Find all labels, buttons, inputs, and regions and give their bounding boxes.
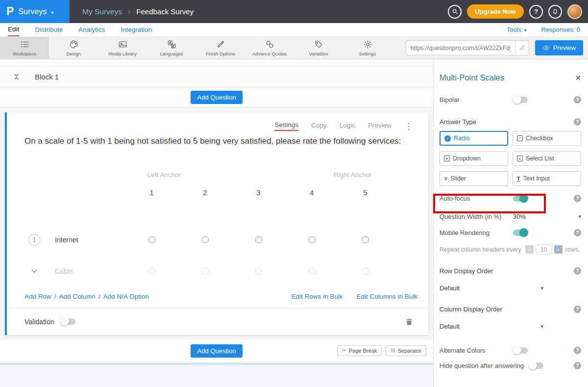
- toolbar-design[interactable]: Design: [49, 37, 98, 59]
- radio-button[interactable]: [148, 236, 155, 243]
- edit-rows-bulk-link[interactable]: Edit Rows in Bulk: [291, 293, 343, 300]
- repeat-headers-stepper: − +: [525, 244, 563, 255]
- avatar[interactable]: [567, 4, 582, 19]
- answer-type-text-input[interactable]: T Text Input: [513, 171, 581, 186]
- auto-focus-toggle[interactable]: [513, 195, 528, 202]
- question-tab-settings[interactable]: Settings: [274, 121, 298, 131]
- radio-button[interactable]: [202, 268, 209, 275]
- question-text[interactable]: On a scale of 1-5 with 1 being not satis…: [24, 135, 413, 148]
- add-row-link[interactable]: Add Row: [24, 293, 51, 300]
- scale-point-4[interactable]: 4: [285, 188, 339, 197]
- increment-button[interactable]: +: [554, 245, 563, 254]
- row-expand-button[interactable]: [28, 267, 40, 275]
- help-icon[interactable]: ?: [574, 195, 581, 202]
- page-break-button[interactable]: ✂ Page Break: [337, 345, 382, 356]
- add-column-link[interactable]: Add Column: [59, 293, 96, 300]
- separator-button[interactable]: ⊟ Separator: [386, 345, 426, 356]
- notifications-button[interactable]: [548, 5, 562, 19]
- tab-distribute[interactable]: Distribute: [35, 23, 63, 36]
- add-question-button-top[interactable]: Add Question: [191, 91, 243, 104]
- scale-point-3[interactable]: 3: [232, 188, 285, 197]
- toolbar-variables[interactable]: Variables: [294, 37, 343, 59]
- help-icon[interactable]: ?: [574, 118, 581, 126]
- right-anchor-label[interactable]: Right Anchor: [314, 171, 392, 179]
- help-icon[interactable]: ?: [574, 362, 581, 369]
- hide-after-toggle[interactable]: [529, 362, 543, 369]
- question-width-value[interactable]: 30%: [513, 213, 526, 220]
- row-label[interactable]: Cable: [55, 267, 73, 275]
- responses-count[interactable]: Responses: 0: [541, 26, 581, 33]
- validation-toggle[interactable]: [61, 318, 75, 325]
- answer-type-select-list[interactable]: ≡ Select List: [513, 151, 581, 166]
- row-display-order-select[interactable]: Default ▾: [440, 284, 543, 292]
- edit-columns-bulk-link[interactable]: Edit Columns in Bulk: [356, 293, 417, 300]
- collapse-block-button[interactable]: [13, 73, 20, 80]
- row-display-order-value: Default: [440, 284, 460, 292]
- matrix-table: Left Anchor Right Anchor 1 2 3 4 5 1 Int…: [7, 171, 428, 287]
- radio-button[interactable]: [255, 236, 262, 243]
- edit-url-button[interactable]: [515, 41, 529, 55]
- search-icon: [452, 8, 458, 15]
- languages-icon: [167, 40, 176, 49]
- scale-point-1[interactable]: 1: [125, 188, 178, 197]
- toolbar-media-library[interactable]: Media Library: [98, 37, 147, 59]
- upgrade-button[interactable]: Upgrade Now: [467, 4, 524, 19]
- repeat-headers-input[interactable]: [536, 244, 552, 255]
- top-strip: [0, 59, 433, 66]
- product-switcher[interactable]: P Surveys ▾: [0, 0, 70, 23]
- breadcrumb-my-surveys[interactable]: My Surveys: [82, 7, 122, 16]
- help-button[interactable]: ?: [529, 5, 543, 19]
- preview-button[interactable]: Preview: [535, 40, 583, 55]
- question-tab-logic[interactable]: Logic: [340, 122, 355, 130]
- question-tab-preview[interactable]: Preview: [368, 122, 392, 130]
- help-icon[interactable]: ?: [574, 96, 581, 103]
- add-question-button-bottom[interactable]: Add Question: [191, 344, 243, 358]
- column-display-order-select[interactable]: Default ▾: [440, 323, 543, 330]
- bipolar-toggle[interactable]: [513, 97, 528, 103]
- help-icon[interactable]: ?: [574, 347, 581, 354]
- tools-menu[interactable]: Tools ▾: [507, 26, 526, 33]
- answer-type-dropdown[interactable]: ▾ Dropdown: [440, 151, 508, 166]
- radio-button[interactable]: [309, 236, 316, 243]
- add-na-option-link[interactable]: Add N/A Option: [103, 293, 149, 300]
- radio-button[interactable]: [362, 268, 369, 275]
- answer-type-slider[interactable]: ≡ Slider: [440, 171, 508, 186]
- breadcrumb: My Surveys › Feedback Survey: [82, 7, 194, 16]
- answer-type-checkbox[interactable]: ✓ Checkbox: [513, 131, 581, 146]
- caret-down-icon[interactable]: ▾: [578, 213, 581, 220]
- radio-button[interactable]: [362, 236, 369, 243]
- toolbar-advance-quotas[interactable]: Advance Quotas: [245, 37, 294, 59]
- tab-edit[interactable]: Edit: [8, 23, 19, 36]
- question-tab-copy[interactable]: Copy: [311, 122, 327, 130]
- mobile-rendering-toggle[interactable]: [513, 230, 528, 236]
- toolbar-finish-options[interactable]: Finish Options: [196, 37, 245, 59]
- help-icon[interactable]: ?: [574, 229, 581, 236]
- tab-analytics[interactable]: Analytics: [78, 23, 105, 36]
- radio-button[interactable]: [202, 236, 209, 243]
- scale-point-2[interactable]: 2: [178, 188, 232, 197]
- more-options-icon[interactable]: ⋮: [404, 122, 413, 130]
- row-label[interactable]: Internet: [55, 236, 78, 244]
- radio-button[interactable]: [148, 268, 155, 275]
- delete-question-button[interactable]: [405, 317, 414, 326]
- toolbar-workspace[interactable]: Workspace: [0, 37, 49, 59]
- toolbar-languages[interactable]: Languages: [147, 37, 196, 59]
- left-anchor-label[interactable]: Left Anchor: [125, 171, 203, 179]
- matrix-row-internet: 1 Internet: [24, 224, 428, 256]
- repeat-headers-row: Repeat column headers every − + rows.: [440, 244, 581, 255]
- help-icon[interactable]: ?: [574, 306, 581, 313]
- row-drag-handle[interactable]: 1: [28, 234, 40, 246]
- radio-button[interactable]: [255, 268, 262, 275]
- answer-type-radio[interactable]: ✓ Radio: [440, 131, 508, 146]
- radio-button[interactable]: [309, 268, 316, 275]
- search-button[interactable]: [448, 5, 462, 19]
- help-icon[interactable]: ?: [574, 267, 581, 275]
- scale-point-5[interactable]: 5: [339, 188, 392, 197]
- alternate-colors-toggle[interactable]: [513, 347, 528, 354]
- decrement-button[interactable]: −: [525, 245, 534, 254]
- toolbar-settings[interactable]: Settings: [343, 37, 392, 59]
- close-icon[interactable]: ✕: [575, 74, 581, 82]
- breadcrumb-current-survey: Feedback Survey: [136, 7, 194, 16]
- survey-url-input[interactable]: [406, 45, 515, 52]
- tab-integration[interactable]: Integration: [121, 23, 152, 36]
